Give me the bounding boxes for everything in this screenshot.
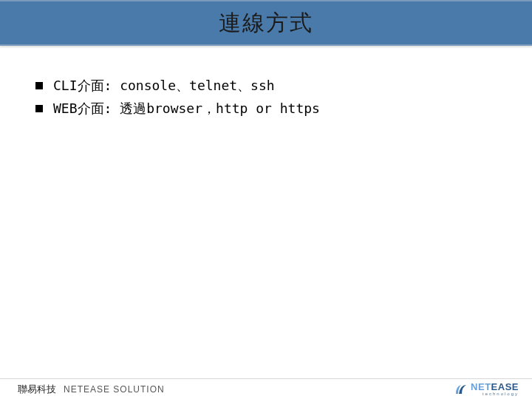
logo-wordmark: NETEASE	[471, 382, 519, 392]
list-item: CLI介面: console、telnet、ssh	[35, 75, 502, 97]
bullet-text: WEB介面: 透過browser，http or https	[53, 98, 320, 120]
title-band: 連線方式	[0, 0, 532, 46]
footer-company-cn: 聯易科技	[18, 383, 56, 396]
bullet-icon	[35, 105, 43, 112]
logo-subtext: technology	[471, 392, 519, 396]
bullet-list: CLI介面: console、telnet、ssh WEB介面: 透過brows…	[35, 75, 502, 120]
bullet-icon	[35, 82, 43, 89]
footer: 聯易科技 NETEASE SOLUTION NETEASE technology	[0, 378, 532, 399]
footer-left: 聯易科技 NETEASE SOLUTION	[18, 383, 165, 396]
list-item: WEB介面: 透過browser，http or https	[35, 98, 502, 120]
footer-company-en: NETEASE SOLUTION	[64, 384, 165, 395]
netease-logo: NETEASE technology	[454, 382, 519, 396]
bullet-text: CLI介面: console、telnet、ssh	[53, 75, 275, 97]
slide-title: 連線方式	[219, 8, 313, 38]
content-area: CLI介面: console、telnet、ssh WEB介面: 透過brows…	[0, 46, 532, 120]
logo-text: NETEASE technology	[471, 382, 519, 396]
logo-mark-icon	[454, 383, 468, 395]
